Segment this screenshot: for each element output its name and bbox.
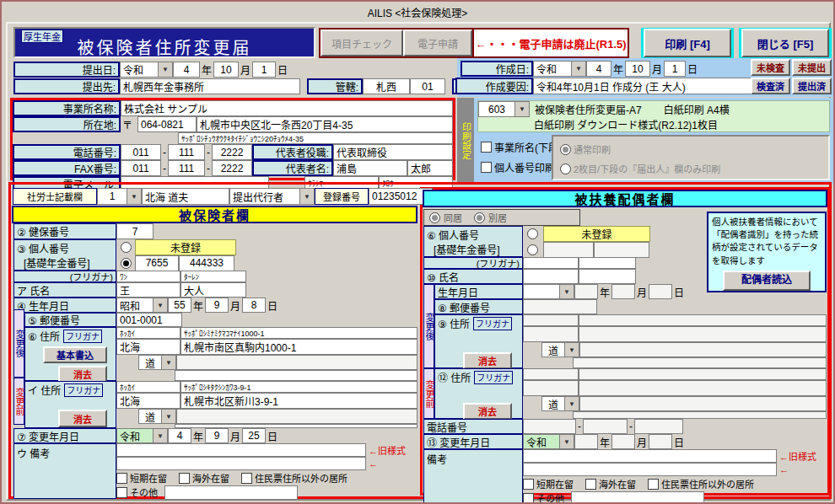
birth-month-field[interactable]: 9 [205,298,229,313]
submit-era-field[interactable]: 令和 [120,62,159,78]
submit-year-field[interactable]: 4 [173,62,200,78]
submit-day-field[interactable]: 1 [252,62,276,78]
rep-sei-field[interactable]: 浦島 [333,160,407,176]
sp-kana-mei-field[interactable] [579,257,636,269]
sr-number-dropdown-icon[interactable]: ▼ [127,188,142,205]
create-year-field[interactable]: 4 [586,61,611,77]
addr-after-main-field[interactable]: 札幌市南区真駒内1000-1 [180,339,418,355]
sp-birth-month-field[interactable] [611,284,635,299]
print-button[interactable]: 印刷 [F4] [641,28,734,58]
sp-addr-after-suffix-dropdown-icon[interactable]: ▼ [565,342,579,357]
status-unchecked-button[interactable]: 未検査 [751,59,790,76]
sp-sonota-checkbox[interactable] [523,493,534,504]
birth-day-field[interactable]: 8 [242,298,266,313]
dokyo-radio[interactable] [429,212,440,223]
sp-zip-field[interactable] [523,299,597,314]
status-unsubmitted-button[interactable]: 未提出 [792,59,832,76]
create-reason-field[interactable]: 令和4年10月1日 作成分 (王 大人) [533,78,761,94]
kana-sei-field[interactable]: ﾜﾝ [116,271,180,282]
sp-sonota-field[interactable] [571,491,704,504]
create-era-dropdown-icon[interactable]: ▼ [572,61,586,77]
change-day-field[interactable]: 25 [242,428,266,443]
sp-mynumber-radio[interactable] [527,228,538,239]
addr-after-suffix-dropdown-icon[interactable]: ▼ [162,355,176,370]
status-submitted-button[interactable]: 提出済 [792,78,832,94]
print-button-label[interactable]: 印刷 [F4] [644,29,731,57]
submit-month-field[interactable]: 10 [213,62,239,78]
sp-old-format-arrow-row[interactable] [523,463,777,476]
birth-era-dropdown-icon[interactable]: ▼ [154,298,168,313]
sp-addr-before-kana-field[interactable] [579,368,827,380]
mynumber-radio[interactable] [121,242,132,253]
sp-addr-after-extra-field[interactable] [579,342,827,357]
fax1-field[interactable]: 011 [121,160,161,176]
kaigai-checkbox[interactable] [179,473,190,484]
mei-field[interactable]: 大人 [180,282,246,298]
close-button[interactable]: 閉じる [F5] [739,28,832,58]
kana-mei-field[interactable]: ﾀｰﾚﾝ [180,271,246,282]
change-era-dropdown-icon[interactable]: ▼ [154,428,168,443]
jumin-checkbox[interactable] [241,473,252,484]
sp-addr-after-kana-pref-field[interactable] [523,314,579,326]
sp-addr-after-suffix-field[interactable]: 道 [541,342,565,357]
sr-role-field[interactable]: 提出代行者 [229,188,300,205]
sp-addr-after-line2-field[interactable] [573,357,827,368]
sp-biko-field-1[interactable] [523,449,777,463]
office-addr-kana-field[interactable]: ｻｯﾎﾟﾛｼﾁｭｳｵｳｸｷﾀｲﾁｼﾞｮｳﾆｼ20ﾁｮｳﾒ4-35 [178,132,453,144]
sp-birth-era-dropdown-icon[interactable]: ▼ [560,284,574,299]
addr-after-pref-field[interactable]: 北海 [116,339,180,355]
addr-write-button[interactable]: 基本書込 [43,346,107,363]
addr-before-kana-pref-field[interactable]: ﾎｯｶｲ [116,381,180,393]
sonota-field[interactable] [164,485,298,500]
jurisdiction-name-field[interactable]: 札西 [363,78,410,94]
item-check-button[interactable]: 項目チェック [321,29,403,56]
addr-before-main-field[interactable]: 札幌市北区新川3-9-1 [180,393,418,409]
sp-change-era-dropdown-icon[interactable]: ▼ [560,434,574,449]
sei-field[interactable]: 王 [116,282,180,298]
addr-before-pref-field[interactable]: 北海 [116,393,180,409]
biko-field-1[interactable] [116,443,366,457]
sp-tel2-field[interactable] [583,419,628,434]
addr-after-kana-pref-field[interactable]: ﾎｯｶｲ [116,327,180,339]
sr-name-field[interactable]: 北海 道夫 [142,188,229,205]
sp-change-day-field[interactable] [649,434,672,449]
sp-jumin-checkbox[interactable] [648,479,659,490]
submit-era-dropdown-icon[interactable]: ▼ [159,62,173,78]
office-name-field[interactable]: 株式会社 サンプル [121,100,453,116]
print-form-dropdown-icon[interactable]: ▼ [515,101,530,117]
sp-mei-field[interactable] [579,269,636,284]
sr-role-dropdown-icon[interactable]: ▼ [300,188,315,205]
sp-addr-before-extra-field[interactable] [579,396,827,411]
sp-kiso-radio[interactable] [527,244,538,255]
change-era-field[interactable]: 令和 [116,428,154,443]
addr-after-extra-field[interactable] [176,355,418,370]
addr-before-extra-field[interactable] [176,409,418,424]
create-era-field[interactable]: 令和 [533,61,572,77]
sp-addr-after-pref-field[interactable] [523,326,579,342]
sp-addr-before-suffix-field[interactable]: 道 [541,396,565,411]
sp-addr-before-suffix-dropdown-icon[interactable]: ▼ [565,396,579,411]
sp-addr-before-line2-field[interactable] [573,411,827,419]
print-office-name-checkbox[interactable] [481,142,492,153]
print-mynumber-checkbox[interactable] [481,162,492,173]
sp-addr-before-main-field[interactable] [579,380,827,396]
addr-before-suffix-field[interactable]: 道 [138,409,162,424]
tanki-checkbox[interactable] [116,473,127,484]
print-form-no-field[interactable]: 603 [478,101,515,117]
sp-addr-before-kana-pref-field[interactable] [523,368,579,380]
biko-field-2[interactable] [116,457,366,470]
submit-dest-field[interactable]: 札幌西年金事務所 [120,78,300,94]
sonota-checkbox[interactable] [116,487,127,498]
addr-after-clear-button[interactable]: 消去 [58,366,107,383]
bekkyo-radio[interactable] [474,212,485,223]
sp-addr-after-main-field[interactable] [579,326,827,342]
spouse-read-button[interactable]: 配偶者読込 [723,271,811,291]
sp-tel1-field[interactable] [523,419,576,434]
kiso-radio[interactable] [121,258,132,269]
fax3-field[interactable]: 2222 [212,160,252,176]
zip-field[interactable]: 001-0001 [116,313,182,327]
sp-birth-era-field[interactable] [523,284,560,299]
sp-kana-sei-field[interactable] [523,257,579,269]
birth-era-field[interactable]: 昭和 [116,298,154,313]
sp-kiso1-field[interactable] [543,242,594,258]
